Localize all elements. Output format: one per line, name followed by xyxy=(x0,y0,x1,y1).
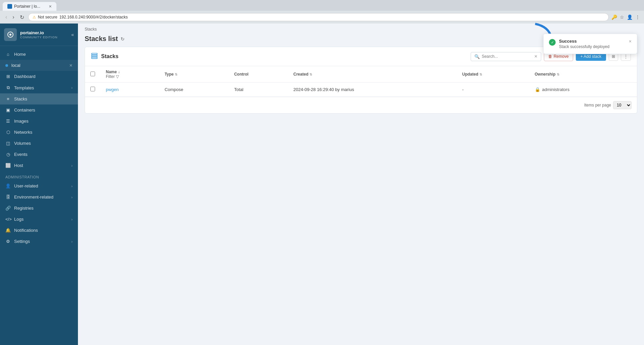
logo-brand: portainer.io xyxy=(20,30,57,36)
th-ownership[interactable]: Ownership ⇅ xyxy=(529,66,637,83)
search-clear-button[interactable]: ✕ xyxy=(534,54,538,59)
svg-rect-4 xyxy=(92,57,97,58)
close-tab-button[interactable]: ✕ xyxy=(49,4,52,9)
th-updated[interactable]: Updated ⇅ xyxy=(457,66,529,83)
sidebar-item-registries[interactable]: 🔗 Registries xyxy=(0,203,78,214)
sidebar-item-user-related[interactable]: 👤 User-related › xyxy=(0,180,78,191)
updated-sort-icon: ⇅ xyxy=(479,73,482,76)
sidebar-item-label-registries: Registries xyxy=(14,206,73,211)
th-type[interactable]: Type ⇅ xyxy=(159,66,229,83)
address-bar[interactable]: ⚠ Not secure 192.168.0.240:9000/#/2/dock… xyxy=(28,13,609,21)
password-icon[interactable]: 🔑 xyxy=(611,14,617,20)
notification-message: Stack successfully deployed xyxy=(559,44,626,49)
row-checkbox-cell xyxy=(85,83,100,97)
th-checkbox xyxy=(85,66,100,83)
sidebar-item-containers[interactable]: ▣ Containers xyxy=(0,104,78,116)
th-created[interactable]: Created ⇅ xyxy=(288,66,457,83)
sidebar-item-environment-related[interactable]: 🗄 Environment-related › xyxy=(0,191,78,203)
sidebar-item-stacks[interactable]: ≡ Stacks xyxy=(0,93,78,104)
host-icon: ⬜ xyxy=(5,163,11,168)
env-item-local[interactable]: local ✕ xyxy=(0,60,78,71)
bookmark-icon[interactable]: ☆ xyxy=(620,14,624,20)
sidebar-toggle-button[interactable]: « xyxy=(71,32,74,37)
stacks-table: Name ↓ Filter ▽ Type ⇅ Control xyxy=(85,66,637,97)
table-container: Name ↓ Filter ▽ Type ⇅ Control xyxy=(85,66,637,97)
items-per-page-select[interactable]: 10 25 50 100 xyxy=(613,101,632,109)
environment-related-chevron-icon: › xyxy=(71,195,73,199)
search-icon: 🔍 xyxy=(474,54,480,59)
type-sort-icon: ⇅ xyxy=(175,73,177,76)
breadcrumb: Stacks xyxy=(78,24,644,33)
stacks-header-icon xyxy=(91,52,98,61)
search-box[interactable]: 🔍 ✕ xyxy=(471,52,541,61)
sidebar-item-templates[interactable]: ⧉ Templates › xyxy=(0,82,78,93)
notification-close-button[interactable]: × xyxy=(629,39,632,44)
table-footer: Items per page 10 25 50 100 xyxy=(85,97,637,113)
sidebar-item-label-events: Events xyxy=(14,152,73,157)
card-title: Stacks xyxy=(101,53,119,59)
stack-name-link[interactable]: pwgen xyxy=(106,87,119,92)
sidebar-item-volumes[interactable]: ◫ Volumes xyxy=(0,138,78,149)
sidebar-item-label-networks: Networks xyxy=(14,130,73,135)
row-updated-cell: - xyxy=(457,83,529,97)
filter-button[interactable]: Filter ▽ xyxy=(106,74,119,79)
forward-button[interactable]: › xyxy=(11,13,15,21)
not-secure-icon: ⚠ xyxy=(33,15,36,19)
env-close-button[interactable]: ✕ xyxy=(69,63,73,68)
row-ownership-cell: 🔒 administrators xyxy=(529,83,637,97)
notification-title: Success xyxy=(559,39,626,44)
sidebar-item-settings[interactable]: ⚙ Settings › xyxy=(0,236,78,247)
sidebar-item-label-environment-related: Environment-related xyxy=(14,195,68,200)
settings-chevron-icon: › xyxy=(71,240,73,244)
profile-icon[interactable]: 👤 xyxy=(627,14,633,20)
favicon-icon xyxy=(7,4,12,9)
sidebar-logo: portainer.io COMMUNITY EDITION « xyxy=(0,24,78,46)
table-body: pwgen Compose Total 2024-09-28 16:29:40 … xyxy=(85,83,637,97)
back-button[interactable]: ‹ xyxy=(4,13,8,21)
ownership-value: administrators xyxy=(542,87,570,92)
volumes-icon: ◫ xyxy=(5,141,11,146)
stacks-nav-icon: ≡ xyxy=(5,96,11,101)
table-row: pwgen Compose Total 2024-09-28 16:29:40 … xyxy=(85,83,637,97)
notification-toast: ✓ Success Stack successfully deployed × xyxy=(543,34,637,54)
sidebar-item-events[interactable]: ◷ Events xyxy=(0,149,78,160)
sidebar-item-dashboard[interactable]: ⊞ Dashboard xyxy=(0,71,78,82)
sidebar-item-label-containers: Containers xyxy=(14,107,73,113)
row-type-cell: Compose xyxy=(159,83,229,97)
notification-success-icon: ✓ xyxy=(549,39,556,46)
stacks-svg-icon xyxy=(91,52,98,59)
dashboard-icon: ⊞ xyxy=(5,74,11,79)
refresh-icon[interactable]: ↻ xyxy=(121,36,125,42)
app-layout: portainer.io COMMUNITY EDITION « ⌂ Home … xyxy=(0,24,644,345)
logo-edition: COMMUNITY EDITION xyxy=(20,36,57,39)
env-name-label: local xyxy=(11,63,66,68)
sidebar-item-networks[interactable]: ⬡ Networks xyxy=(0,127,78,138)
browser-tab[interactable]: Portainer | lo... ✕ xyxy=(3,2,56,11)
search-input[interactable] xyxy=(482,54,532,59)
env-status-dot xyxy=(5,64,8,67)
sidebar-item-label-home: Home xyxy=(14,52,73,57)
not-secure-label: Not secure xyxy=(38,15,57,19)
tab-title: Portainer | lo... xyxy=(14,4,40,9)
sidebar-item-images[interactable]: ☰ Images xyxy=(0,116,78,127)
sidebar-item-logs[interactable]: </> Logs › xyxy=(0,214,78,225)
sidebar-item-home[interactable]: ⌂ Home xyxy=(0,49,78,60)
row-created-cell: 2024-09-28 16:29:40 by marius xyxy=(288,83,457,97)
select-all-checkbox[interactable] xyxy=(90,72,95,76)
sidebar-item-notifications[interactable]: 🔔 Notifications xyxy=(0,225,78,236)
svg-rect-2 xyxy=(92,53,97,54)
extensions-icon[interactable]: ⋮ xyxy=(635,14,640,20)
reload-button[interactable]: ↻ xyxy=(18,13,26,21)
th-name: Name ↓ Filter ▽ xyxy=(100,66,159,83)
page-title: Stacks list xyxy=(85,35,118,43)
svg-rect-3 xyxy=(92,55,97,56)
sidebar-item-label-dashboard: Dashboard xyxy=(14,74,73,79)
row-control-cell: Total xyxy=(229,83,288,97)
logs-chevron-icon: › xyxy=(71,217,73,221)
sidebar-item-host[interactable]: ⬜ Host › xyxy=(0,160,78,171)
row-checkbox[interactable] xyxy=(90,87,95,91)
browser-tabs: Portainer | lo... ✕ xyxy=(0,0,644,11)
th-type-label: Type xyxy=(165,72,174,77)
user-related-chevron-icon: › xyxy=(71,184,73,188)
logo-text-area: portainer.io COMMUNITY EDITION xyxy=(20,30,57,39)
